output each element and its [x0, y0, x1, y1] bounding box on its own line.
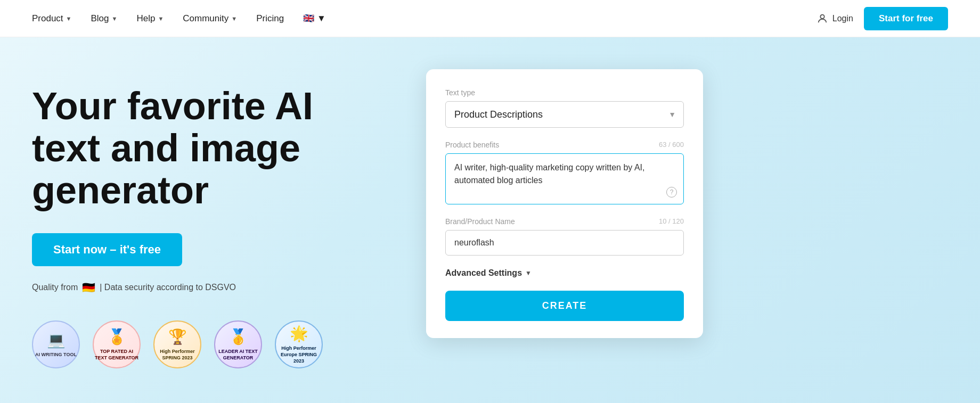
badge-label: AI WRITING TOOL: [35, 352, 77, 358]
hero-title-line1: Your favorite AI: [32, 85, 313, 127]
badge-label: High Performer SPRING 2023: [154, 349, 200, 361]
chevron-down-icon: ▼: [525, 269, 532, 277]
badge-label: TOP RATED AI TEXT GENERATOR: [94, 349, 140, 361]
hero-title-line2: text and image: [32, 127, 300, 169]
login-label: Login: [832, 14, 853, 23]
nav-product[interactable]: Product ▼: [32, 13, 71, 24]
product-benefits-field: Product benefits 63 / 600 AI writer, hig…: [445, 141, 684, 204]
user-icon: [816, 13, 828, 24]
badge-top-rated: 🏅 TOP RATED AI TEXT GENERATOR: [93, 320, 141, 368]
badge-high-performer: 🏆 High Performer SPRING 2023: [153, 320, 201, 368]
flag-de-icon: 🇩🇪: [82, 281, 95, 294]
svg-point-0: [820, 14, 824, 18]
product-benefits-label: Product benefits 63 / 600: [445, 141, 684, 149]
chevron-down-icon: ▼: [158, 15, 164, 22]
badge-label: High Performer Europe SPRING 2023: [276, 346, 322, 364]
generator-card: Text type Product Descriptions Blog Arti…: [426, 69, 703, 338]
medal-icon: 🥇: [229, 327, 248, 347]
nav-help[interactable]: Help ▼: [136, 13, 164, 24]
product-benefits-input-wrapper: AI writer, high-quality marketing copy w…: [445, 153, 684, 204]
start-free-button[interactable]: Start for free: [864, 7, 948, 30]
text-type-select-wrapper: Product Descriptions Blog Articles Socia…: [445, 101, 684, 128]
hero-left: Your favorite AI text and image generato…: [32, 75, 405, 368]
nav-blog-label: Blog: [91, 13, 109, 24]
badge-leader: 🥇 LEADER AI TEXT GENERATOR: [214, 320, 262, 368]
chevron-down-icon: ▼: [231, 15, 237, 22]
brand-name-input-wrapper: [445, 230, 684, 256]
nav-blog[interactable]: Blog ▼: [91, 13, 117, 24]
hero-right: Text type Product Descriptions Blog Arti…: [426, 69, 703, 338]
badges-row: 💻 AI WRITING TOOL 🏅 TOP RATED AI TEXT GE…: [32, 320, 405, 368]
navbar: Product ▼ Blog ▼ Help ▼ Community ▼ Pric…: [0, 0, 980, 37]
hero-cta-button[interactable]: Start now – it's free: [32, 233, 182, 266]
medal-icon: 🏅: [108, 327, 126, 347]
hero-title-line3: generator: [32, 169, 209, 211]
nav-lang[interactable]: 🇬🇧 ▼: [303, 13, 326, 24]
brand-name-counter: 10 / 120: [659, 217, 684, 225]
badge-laptop: 💻 AI WRITING TOOL: [32, 320, 80, 368]
nav-pricing[interactable]: Pricing: [256, 13, 284, 24]
laptop-icon: 💻: [47, 331, 66, 350]
brand-name-input[interactable]: [446, 231, 683, 255]
hero-title: Your favorite AI text and image generato…: [32, 85, 405, 212]
hero-section: Your favorite AI text and image generato…: [0, 37, 980, 403]
badge-label: LEADER AI TEXT GENERATOR: [215, 349, 261, 361]
login-button[interactable]: Login: [816, 13, 853, 24]
create-button[interactable]: CREATE: [445, 291, 684, 321]
nav-right: Login Start for free: [816, 7, 948, 30]
chevron-down-icon: ▼: [112, 15, 118, 22]
quality-label: Quality from: [32, 283, 78, 292]
star-icon: 🌟: [290, 324, 308, 343]
product-benefits-input[interactable]: AI writer, high-quality marketing copy w…: [446, 154, 683, 202]
advanced-settings-label: Advanced Settings: [445, 268, 522, 278]
nav-left: Product ▼ Blog ▼ Help ▼ Community ▼ Pric…: [32, 13, 816, 24]
brand-name-field: Brand/Product Name 10 / 120: [445, 217, 684, 256]
text-type-field: Text type Product Descriptions Blog Arti…: [445, 88, 684, 128]
nav-product-label: Product: [32, 13, 63, 24]
trophy-icon: 🏆: [168, 327, 187, 347]
advanced-settings-toggle[interactable]: Advanced Settings ▼: [445, 268, 684, 278]
hero-quality-text: Quality from 🇩🇪 | Data security accordin…: [32, 281, 405, 294]
chevron-down-icon: ▼: [66, 15, 72, 22]
flag-icon: 🇬🇧: [303, 13, 314, 24]
text-type-label: Text type: [445, 88, 684, 97]
brand-name-label: Brand/Product Name 10 / 120: [445, 217, 684, 226]
text-type-select[interactable]: Product Descriptions Blog Articles Socia…: [446, 102, 683, 127]
nav-community-label: Community: [183, 13, 228, 24]
product-benefits-counter: 63 / 600: [659, 141, 684, 149]
chevron-down-icon: ▼: [317, 13, 326, 24]
nav-pricing-label: Pricing: [256, 13, 284, 24]
dsgvo-label: | Data security according to DSGVO: [100, 283, 236, 292]
badge-high-performer-eu: 🌟 High Performer Europe SPRING 2023: [275, 320, 323, 368]
help-icon[interactable]: ?: [666, 187, 677, 198]
nav-community[interactable]: Community ▼: [183, 13, 237, 24]
nav-help-label: Help: [136, 13, 155, 24]
